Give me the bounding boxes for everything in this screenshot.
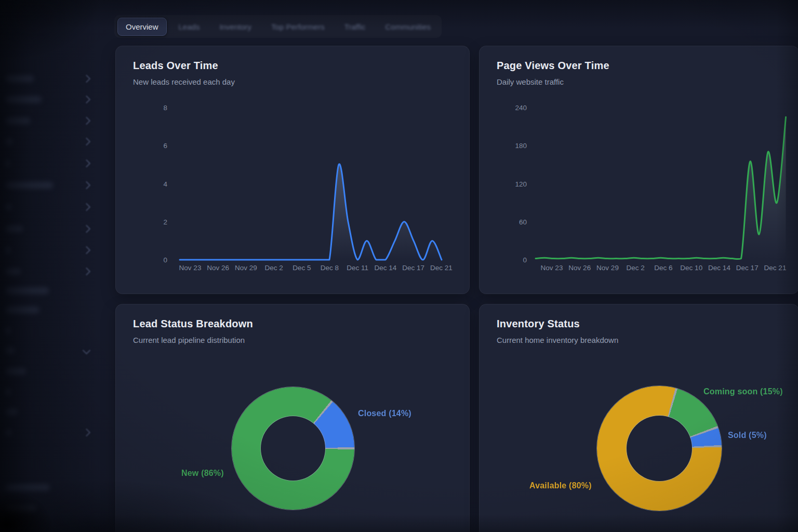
svg-text:2: 2 (163, 218, 167, 226)
svg-text:Dec 17: Dec 17 (402, 264, 424, 272)
svg-text:Dec 8: Dec 8 (321, 264, 339, 272)
svg-text:8: 8 (163, 104, 167, 112)
slice-label: Closed (14%) (358, 409, 411, 418)
svg-text:Dec 11: Dec 11 (347, 264, 368, 272)
svg-text:Nov 26: Nov 26 (568, 264, 591, 272)
card-inventory-status: Inventory Status Current home inventory … (479, 304, 798, 532)
sidebar-item[interactable] (5, 225, 23, 232)
sidebar-item[interactable] (5, 389, 10, 395)
svg-text:4: 4 (163, 180, 167, 188)
sidebar-item[interactable] (5, 96, 42, 103)
svg-text:Dec 14: Dec 14 (708, 264, 730, 272)
tab-traffic[interactable]: Traffic (337, 18, 374, 35)
svg-text:Dec 6: Dec 6 (654, 264, 672, 272)
svg-text:Dec 5: Dec 5 (292, 264, 311, 272)
sidebar-nav (0, 0, 107, 532)
tab-inventory[interactable]: Inventory (211, 18, 259, 35)
page-views-line-chart: 060120180240Nov 23Nov 26Nov 29Dec 2Dec 6… (510, 98, 798, 277)
svg-text:Nov 26: Nov 26 (207, 264, 229, 272)
svg-text:Dec 21: Dec 21 (764, 264, 787, 272)
sidebar-item[interactable] (5, 368, 26, 375)
sidebar-item[interactable] (5, 327, 10, 334)
chevron-right-icon (83, 117, 91, 125)
chevron-down-icon (83, 347, 91, 355)
tab-bar: OverviewLeadsInventoryTop PerformersTraf… (114, 15, 442, 38)
sidebar-item[interactable] (5, 287, 49, 294)
svg-text:Nov 29: Nov 29 (235, 264, 257, 272)
chevron-right-icon (83, 203, 91, 211)
card-subtitle: New leads received each day (133, 77, 469, 86)
svg-text:6: 6 (163, 142, 167, 150)
card-subtitle: Current home inventory breakdown (497, 336, 798, 344)
donut-chart (597, 386, 722, 511)
card-leads-over-time: Leads Over Time New leads received each … (115, 46, 470, 294)
svg-text:Nov 23: Nov 23 (179, 264, 202, 272)
sidebar-item[interactable] (5, 138, 12, 145)
svg-text:Dec 14: Dec 14 (375, 264, 397, 272)
chevron-right-icon (83, 268, 91, 276)
sidebar-item[interactable] (5, 160, 9, 167)
chevron-right-icon (83, 429, 91, 437)
card-lead-status-breakdown: Lead Status Breakdown Current lead pipel… (115, 304, 470, 532)
sidebar-item[interactable] (5, 204, 11, 210)
card-title: Leads Over Time (133, 60, 469, 72)
chevron-right-icon (83, 138, 91, 146)
sidebar-item[interactable] (5, 117, 30, 124)
tab-leads[interactable]: Leads (171, 18, 208, 35)
donut-chart (232, 387, 354, 510)
tab-top-performers[interactable]: Top Performers (263, 18, 332, 35)
svg-text:Nov 23: Nov 23 (541, 264, 563, 272)
sidebar-item[interactable] (5, 247, 10, 254)
svg-text:240: 240 (515, 104, 527, 112)
tab-communities[interactable]: Communities (377, 18, 438, 35)
svg-text:Dec 17: Dec 17 (736, 264, 759, 272)
card-title: Lead Status Breakdown (133, 318, 469, 330)
svg-text:Dec 2: Dec 2 (627, 264, 645, 272)
sidebar-item[interactable] (5, 182, 53, 189)
sidebar-item[interactable] (5, 505, 36, 512)
slice-label: New (86%) (181, 469, 224, 478)
chevron-right-icon (83, 225, 91, 233)
svg-text:Dec 21: Dec 21 (430, 264, 453, 272)
svg-text:60: 60 (519, 218, 527, 226)
tab-overview[interactable]: Overview (117, 18, 167, 36)
svg-text:0: 0 (523, 256, 527, 264)
chevron-right-icon (83, 75, 91, 83)
sidebar-item[interactable] (5, 347, 15, 354)
svg-text:Dec 2: Dec 2 (264, 264, 283, 272)
sidebar-item[interactable] (5, 307, 39, 313)
svg-text:0: 0 (163, 256, 167, 264)
sidebar-item[interactable] (5, 484, 50, 491)
sidebar-item[interactable] (5, 75, 34, 82)
slice-label: Sold (5%) (728, 431, 767, 440)
card-title: Inventory Status (497, 318, 798, 330)
card-page-views-over-time: Page Views Over Time Daily website traff… (479, 46, 798, 294)
slice-label: Available (80%) (529, 481, 592, 490)
donut-hole (261, 416, 325, 481)
card-subtitle: Current lead pipeline distribution (133, 336, 469, 344)
card-subtitle: Daily website traffic (497, 77, 798, 86)
svg-text:Dec 10: Dec 10 (680, 264, 702, 272)
chevron-right-icon (83, 246, 91, 255)
slice-label: Coming soon (15%) (703, 387, 783, 396)
chevron-right-icon (83, 181, 91, 190)
dashboard-page: OverviewLeadsInventoryTop PerformersTraf… (0, 0, 798, 532)
svg-text:120: 120 (515, 180, 527, 188)
chevron-right-icon (83, 96, 91, 104)
svg-text:180: 180 (515, 142, 527, 150)
donut-hole (627, 416, 692, 481)
svg-text:Nov 29: Nov 29 (596, 264, 619, 272)
sidebar-item[interactable] (5, 268, 21, 275)
leads-line-chart: 02468Nov 23Nov 26Nov 29Dec 2Dec 5Dec 8De… (149, 98, 471, 277)
card-title: Page Views Over Time (497, 60, 798, 72)
sidebar-item[interactable] (5, 429, 11, 436)
sidebar-item[interactable] (5, 408, 18, 415)
chevron-right-icon (83, 159, 91, 168)
